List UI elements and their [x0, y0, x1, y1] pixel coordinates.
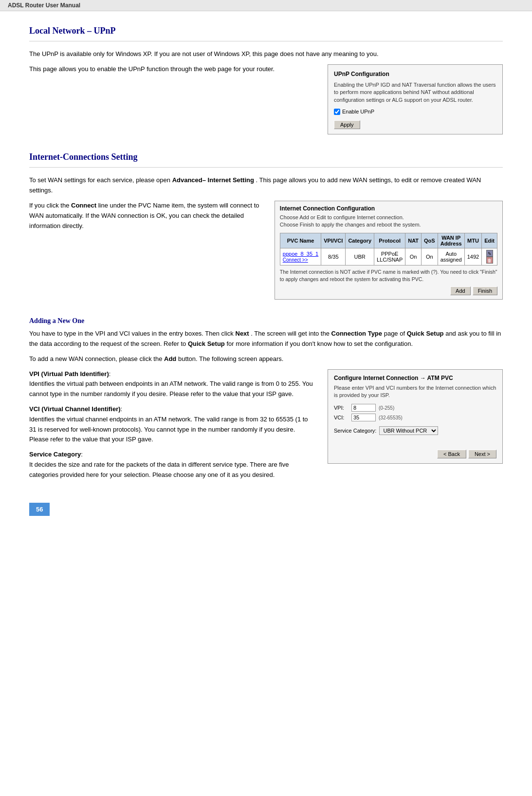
add-para1-cont: . The screen will get into the [251, 330, 330, 337]
col-qos: QoS [422, 233, 438, 248]
upnp-left: This page allows you to enable the UPnP … [29, 64, 316, 79]
divider2 [29, 167, 503, 168]
finish-button[interactable]: Finish [473, 286, 497, 295]
inet-para1-bold: Advanced– Internet Setting [172, 176, 254, 184]
vci-input[interactable] [351, 414, 376, 421]
svc-title: Service Category [29, 451, 81, 458]
col-nat: NAT [405, 233, 422, 248]
upnp-two-col: This page allows you to enable the UPnP … [29, 64, 503, 135]
upnp-para2: This page allows you to enable the UPnP … [29, 64, 316, 75]
top-bar: ADSL Router User Manual [0, 0, 532, 11]
add-para1-bold4: Quick Setup [188, 340, 225, 347]
col-pvc-name: PVC Name [280, 233, 321, 248]
divider1 [29, 41, 503, 41]
atm-config-box: Configure Internet Connection → ATM PVC … [328, 369, 503, 464]
delete-icon[interactable]: 🗑 [486, 257, 493, 264]
inet-box-desc: Choose Add or Edit to configure Internet… [280, 214, 497, 229]
vpi-desc: Identifies the virtual path between endp… [29, 380, 313, 398]
back-button[interactable]: < Back [437, 450, 466, 458]
upnp-title: Local Network – UPnP [29, 26, 503, 36]
add-para1-cont2: page of [384, 330, 405, 337]
add-new-two-col: VPI (Virtual Path Identifier): Identifie… [29, 369, 503, 485]
col-wan-ip: WAN IP Address [438, 233, 464, 248]
vpi-range-hint: (0-255) [379, 405, 394, 411]
main-content: Local Network – UPnP The UPnP is availab… [0, 11, 532, 545]
service-cat-row: Service Category: UBR Without PCR UBR Wi… [334, 426, 496, 435]
add-button[interactable]: Add [450, 286, 471, 295]
add-new-left: VPI (Virtual Path Identifier): Identifie… [29, 369, 316, 485]
enable-upnp-label: Enable UPnP [342, 108, 374, 116]
inet-para2-text: If you click the [29, 202, 69, 209]
add-new-right: Configure Internet Connection → ATM PVC … [328, 369, 503, 464]
add-para2-bold: Add [164, 355, 176, 362]
vci-field-row: VCI: (32-65535) [334, 414, 496, 421]
upnp-right: UPnP Configuration Enabling the UPnP IGD… [328, 64, 503, 135]
section-add-new: Adding a New One You have to type in the… [29, 317, 503, 485]
upnp-box-title: UPnP Configuration [334, 70, 496, 78]
add-para1-bold3: Quick Setup [407, 330, 444, 337]
table-row: pppoe_8_35_1 Connect >> 8/35 UBR PPPoELL… [280, 248, 497, 265]
section-upnp: Local Network – UPnP The UPnP is availab… [29, 26, 503, 134]
qos-cell: On [422, 248, 438, 265]
vpi-vci-cell: 8/35 [321, 248, 346, 265]
page-number: 56 [29, 503, 50, 516]
upnp-box-desc: Enabling the UPnP IGD and NAT Traversal … [334, 81, 496, 104]
nat-cell: On [405, 248, 422, 265]
vci-label: VCI: [334, 415, 349, 420]
edit-icon[interactable]: ✎ [486, 250, 493, 257]
inet-two-col: If you click the Connect line under the … [29, 201, 503, 300]
vci-title: VCI (Virtual Channel Identifier) [29, 405, 121, 413]
edit-cell[interactable]: ✎ 🗑 [482, 248, 497, 265]
service-cat-select[interactable]: UBR Without PCR UBR With PCR CBR Non Rea… [379, 426, 438, 435]
add-para2-text: To add a new WAN connection, please clic… [29, 355, 162, 362]
vpi-label: VPI: [334, 405, 349, 411]
upnp-config-box: UPnP Configuration Enabling the UPnP IGD… [328, 64, 503, 135]
vpi-field-row: VPI: (0-255) [334, 404, 496, 412]
vci-section: VCI (Virtual Channel Identifier): Identi… [29, 404, 316, 445]
col-edit: Edit [482, 233, 497, 248]
inet-left: If you click the Connect line under the … [29, 201, 263, 236]
connect-link[interactable]: Connect >> [283, 257, 308, 263]
col-mtu: MTU [464, 233, 481, 248]
upnp-para1: The UPnP is available only for Windows X… [29, 49, 503, 59]
svc-desc: It decides the size and rate for the pac… [29, 461, 289, 478]
next-button[interactable]: Next > [468, 450, 496, 458]
add-para1-bold: Next [236, 330, 249, 337]
inet-para2-bold: Connect [71, 202, 96, 209]
pvc-name-cell[interactable]: pppoe_8_35_1 Connect >> [280, 248, 321, 265]
inet-para2: If you click the Connect line under the … [29, 201, 263, 231]
vpi-input[interactable] [351, 404, 376, 412]
atm-nav-row: < Back Next > [334, 450, 496, 458]
section-inet: Internet-Connections Setting To set WAN … [29, 152, 503, 300]
atm-box-desc: Please enter VPI and VCI numbers for the… [334, 384, 496, 399]
inet-box-title: Internet Connection Configuration [280, 205, 497, 212]
vci-range-hint: (32-65535) [379, 415, 403, 420]
mtu-cell: 1492 [464, 248, 481, 265]
add-para1-bold2: Connection Type [331, 330, 382, 337]
inet-table: PVC Name VPI/VCI Category Protocol NAT Q… [280, 233, 497, 265]
col-category: Category [346, 233, 374, 248]
enable-upnp-checkbox[interactable] [334, 109, 340, 115]
manual-title: ADSL Router User Manual [8, 2, 80, 9]
upnp-checkbox-row[interactable]: Enable UPnP [334, 108, 496, 116]
col-protocol: Protocol [374, 233, 405, 248]
inet-right: Internet Connection Configuration Choose… [275, 201, 503, 300]
add-new-para2: To add a new WAN connection, please clic… [29, 354, 503, 364]
wan-ip-cell: Autoassigned [438, 248, 464, 265]
category-cell: UBR [346, 248, 374, 265]
inet-btn-row: Add Finish [280, 286, 497, 295]
inet-footer-note: The Internet connection is NOT active if… [280, 268, 497, 283]
add-new-para1: You have to type in the VPI and VCI valu… [29, 329, 503, 349]
col-vpivci: VPI/VCI [321, 233, 346, 248]
svc-section: Service Category: It decides the size an… [29, 450, 316, 480]
vci-desc: Identifies the virtual channel endpoints… [29, 416, 308, 443]
inet-para1-text: To set WAN settings for each service, pl… [29, 176, 170, 184]
protocol-cell: PPPoELLC/SNAP [374, 248, 405, 265]
atm-box-title: Configure Internet Connection → ATM PVC [334, 375, 496, 381]
add-para1-text: You have to type in the VPI and VCI valu… [29, 330, 234, 337]
vpi-title: VPI (Virtual Path Identifier) [29, 370, 109, 378]
apply-button[interactable]: Apply [334, 120, 360, 129]
inet-title: Internet-Connections Setting [29, 152, 503, 162]
service-cat-label: Service Category: [334, 428, 376, 434]
inet-para1: To set WAN settings for each service, pl… [29, 175, 503, 196]
